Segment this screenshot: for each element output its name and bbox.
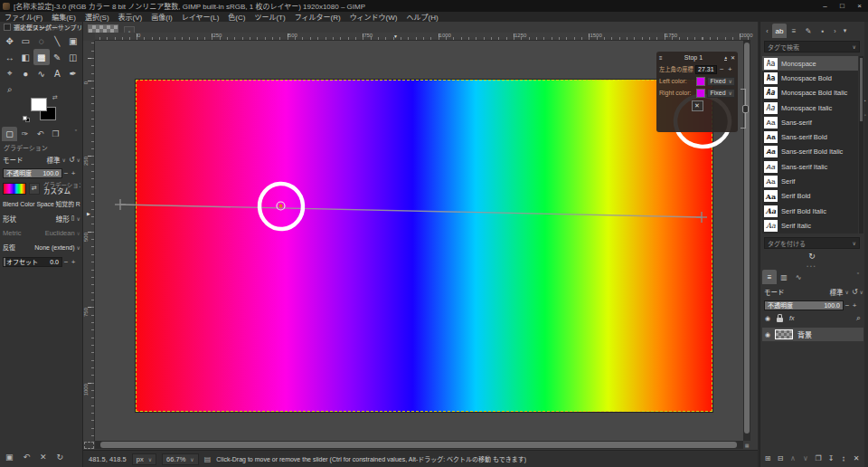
tool-preset-button[interactable]: ✕ <box>40 453 47 462</box>
canvas-viewport[interactable] <box>95 41 743 441</box>
quick-mask-toggle[interactable] <box>84 442 94 449</box>
font-list-item[interactable]: Aa Serif <box>762 174 858 188</box>
navigation-button[interactable]: ▦ <box>743 441 750 449</box>
dock-tab[interactable]: ≡ <box>787 24 801 38</box>
dock-tab[interactable]: ✑ <box>17 127 33 141</box>
font-list-item[interactable]: Aa Monospace <box>762 56 858 71</box>
foreground-color-swatch[interactable] <box>31 98 47 111</box>
dock-tab[interactable]: ‹ <box>762 24 772 38</box>
position-decrease-button[interactable]: − <box>719 64 725 74</box>
left-blend-select[interactable]: Fixed∨ <box>707 77 735 86</box>
dock-tab[interactable]: ≡ <box>762 270 777 284</box>
dock-tab[interactable]: ▢ <box>2 127 17 141</box>
gradient-preview[interactable] <box>3 183 26 195</box>
visibility-icon[interactable]: ◉ <box>765 315 770 322</box>
tool-button[interactable]: ╲ <box>50 33 66 49</box>
shape-select[interactable]: 線形 <box>56 214 70 224</box>
menu-item[interactable]: 選択(S) <box>80 12 114 22</box>
layer-mode-select[interactable]: 標準 <box>829 287 843 297</box>
stop-position-value[interactable]: 27.31 <box>695 65 717 74</box>
gradient-end-endpoint[interactable] <box>696 212 707 223</box>
delete-stop-button[interactable]: ✕ <box>692 100 703 111</box>
menu-item[interactable]: フィルター(R) <box>290 12 345 22</box>
tool-preset-button[interactable]: ↻ <box>57 453 64 462</box>
layers-dialog-button[interactable]: ⊟ <box>776 453 785 463</box>
tool-button[interactable]: ◌ <box>33 33 50 49</box>
menu-item[interactable]: レイヤー(L) <box>177 12 224 22</box>
gradient-stop-handle[interactable] <box>277 202 285 210</box>
font-list-item[interactable]: Aa Sans-serif Italic <box>762 159 858 174</box>
right-color-swatch[interactable] <box>696 89 705 98</box>
menu-item[interactable]: 色(C) <box>223 12 250 22</box>
refresh-fonts-button[interactable]: ↻ <box>760 252 863 261</box>
position-increase-button[interactable]: + <box>727 64 733 74</box>
pane-splitter-handle[interactable]: ••• <box>760 263 863 269</box>
dock-mini-icon[interactable]: ▫ <box>864 112 866 118</box>
dock-tab[interactable]: ❐ <box>48 127 63 141</box>
tool-button[interactable]: ▩ <box>33 49 50 65</box>
font-list-item[interactable]: Aa Sans-serif Bold Italic <box>762 145 858 159</box>
font-list-scrollbar[interactable] <box>859 56 863 234</box>
layer-opacity-slider[interactable]: 不透明度 100.0 <box>764 300 844 310</box>
gradient-start-endpoint[interactable] <box>115 199 126 210</box>
tool-preset-button[interactable]: ▣ <box>5 453 14 462</box>
maximize-button[interactable]: □ <box>834 0 851 12</box>
search-layers-icon[interactable]: ⌕ <box>856 313 861 323</box>
opacity-slider[interactable]: 不透明度 100.0 <box>3 168 62 178</box>
dialog-menu-icon[interactable]: ≡ <box>659 55 663 61</box>
font-list-item[interactable]: Aa Monospace Bold Italic <box>762 86 858 100</box>
menu-item[interactable]: ヘルプ(H) <box>402 12 443 22</box>
opacity-increase-button[interactable]: + <box>70 168 77 178</box>
tool-button[interactable]: ◫ <box>65 49 81 65</box>
dock-tab-menu-button[interactable]: ▫ <box>71 127 81 141</box>
tool-button[interactable]: ▣ <box>65 33 81 49</box>
menu-item[interactable]: 画像(I) <box>146 12 177 22</box>
tool-button[interactable]: ✥ <box>2 33 18 49</box>
checkbox[interactable] <box>4 24 11 31</box>
lock-icon[interactable] <box>777 318 783 322</box>
dock-tab[interactable]: › <box>830 24 840 38</box>
font-tag-input[interactable]: タグを付ける ∨ <box>764 237 860 249</box>
h-ruler[interactable]: ▼ 025050075010001250150017502000 <box>95 33 750 41</box>
gradient-name[interactable]: カスタム <box>43 188 80 195</box>
layer-opacity-increase-button[interactable]: + <box>851 300 858 310</box>
blend-space-select[interactable]: Blend Color Space 知覚的 R... <box>3 199 80 208</box>
menu-item[interactable]: 表示(V) <box>114 12 147 22</box>
menu-item[interactable]: ウィンドウ(W) <box>345 12 402 22</box>
right-blend-select[interactable]: Fixed∨ <box>707 89 735 98</box>
dock-tab[interactable]: ▾ <box>840 24 850 38</box>
layer-mode-reset-icon[interactable]: ↺ <box>852 288 858 296</box>
close-button[interactable]: × <box>851 0 868 12</box>
layer-visibility-icon[interactable]: ◉ <box>765 331 770 338</box>
menu-item[interactable]: 編集(E) <box>47 12 80 22</box>
detach-dialog-icon[interactable]: ▴ <box>724 54 727 61</box>
mode-reset-icon[interactable]: ↺ <box>69 156 75 164</box>
layers-dialog-button[interactable]: ❐ <box>814 453 823 463</box>
layers-dialog-button[interactable]: ⊞ <box>763 453 772 463</box>
font-list-item[interactable]: Aa Serif Bold Italic <box>762 204 858 218</box>
link-colors-icon[interactable] <box>741 89 746 129</box>
font-list-item[interactable]: Aa Sans-serif <box>762 115 858 129</box>
v-ruler[interactable]: ▶ 02505007501000 <box>83 41 95 441</box>
layers-dialog-button[interactable]: ↨ <box>839 453 848 463</box>
zoom-select[interactable]: 66.7%∨ <box>162 453 199 465</box>
minimize-button[interactable]: – <box>816 0 834 12</box>
flip-gradient-button[interactable]: ⇄ <box>29 183 40 195</box>
menu-item[interactable]: ファイル(F) <box>0 12 47 22</box>
tool-button[interactable]: ⌖ <box>2 65 18 81</box>
dock-tab[interactable]: ∿ <box>791 270 806 284</box>
tool-button[interactable]: ▭ <box>18 33 34 49</box>
menu-item[interactable]: ツール(T) <box>250 12 289 22</box>
close-dialog-icon[interactable]: ✕ <box>731 54 735 61</box>
dock-tab[interactable]: ↶ <box>33 127 48 141</box>
repeat-select[interactable]: None (extend) <box>34 244 74 251</box>
layers-dialog-button[interactable]: ↧ <box>826 453 835 463</box>
tool-button[interactable]: ● <box>18 65 34 81</box>
tool-button[interactable]: ∿ <box>33 65 50 81</box>
dock-mini-icon[interactable]: ▪ <box>864 98 866 103</box>
option-checkbox-row[interactable]: アクティブなグラデーションの修正 <box>4 22 81 33</box>
font-list-item[interactable]: Aa Sans-serif Bold <box>762 129 858 144</box>
font-list-item[interactable]: Aa Monospace Italic <box>762 100 858 115</box>
gradient-line[interactable] <box>120 205 702 217</box>
layer-row-background[interactable]: ◉ 背景 <box>762 328 863 341</box>
